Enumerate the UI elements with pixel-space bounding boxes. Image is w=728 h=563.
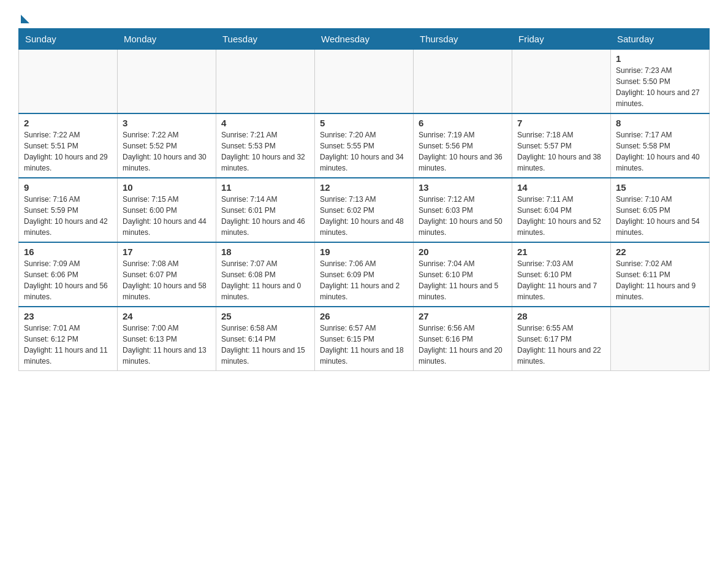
calendar-cell: 20Sunrise: 7:04 AMSunset: 6:10 PMDayligh… [414,242,512,307]
calendar-cell [118,50,216,114]
calendar-week-row: 9Sunrise: 7:16 AMSunset: 5:59 PMDaylight… [19,178,710,242]
day-number: 11 [221,182,309,193]
day-info: Sunrise: 7:23 AMSunset: 5:50 PMDaylight:… [616,65,704,109]
logo [18,12,29,22]
day-number: 17 [123,247,211,257]
day-number: 4 [221,118,309,128]
calendar-cell [414,50,512,114]
day-info: Sunrise: 7:14 AMSunset: 6:01 PMDaylight:… [221,194,309,238]
calendar-cell: 1Sunrise: 7:23 AMSunset: 5:50 PMDaylight… [611,50,710,114]
calendar-cell: 10Sunrise: 7:15 AMSunset: 6:00 PMDayligh… [118,178,216,242]
day-number: 14 [517,182,605,193]
day-number: 27 [419,311,507,321]
calendar-cell: 15Sunrise: 7:10 AMSunset: 6:05 PMDayligh… [611,178,710,242]
logo-arrow-icon [21,15,29,23]
calendar-cell: 2Sunrise: 7:22 AMSunset: 5:51 PMDaylight… [19,113,118,178]
day-info: Sunrise: 7:21 AMSunset: 5:53 PMDaylight:… [221,129,309,174]
day-info: Sunrise: 7:09 AMSunset: 6:06 PMDaylight:… [24,258,112,302]
day-info: Sunrise: 7:02 AMSunset: 6:11 PMDaylight:… [616,258,704,302]
calendar-cell: 7Sunrise: 7:18 AMSunset: 5:57 PMDaylight… [512,113,611,178]
calendar-cell: 22Sunrise: 7:02 AMSunset: 6:11 PMDayligh… [611,242,710,307]
day-number: 5 [320,118,408,128]
calendar-week-row: 2Sunrise: 7:22 AMSunset: 5:51 PMDaylight… [19,113,710,178]
day-info: Sunrise: 7:03 AMSunset: 6:10 PMDaylight:… [517,258,605,302]
weekday-header-tuesday: Tuesday [216,29,315,50]
calendar-cell: 27Sunrise: 6:56 AMSunset: 6:16 PMDayligh… [414,307,512,371]
day-info: Sunrise: 6:58 AMSunset: 6:14 PMDaylight:… [221,323,309,367]
calendar-cell: 19Sunrise: 7:06 AMSunset: 6:09 PMDayligh… [315,242,414,307]
calendar-cell [315,50,414,114]
calendar-cell: 12Sunrise: 7:13 AMSunset: 6:02 PMDayligh… [315,178,414,242]
day-number: 1 [616,53,704,64]
day-info: Sunrise: 7:06 AMSunset: 6:09 PMDaylight:… [320,258,408,302]
day-info: Sunrise: 7:13 AMSunset: 6:02 PMDaylight:… [320,194,408,238]
day-info: Sunrise: 7:12 AMSunset: 6:03 PMDaylight:… [419,194,507,238]
calendar-cell: 18Sunrise: 7:07 AMSunset: 6:08 PMDayligh… [216,242,315,307]
calendar-cell: 9Sunrise: 7:16 AMSunset: 5:59 PMDaylight… [19,178,118,242]
weekday-header-wednesday: Wednesday [315,29,414,50]
calendar-cell [611,307,710,371]
calendar-week-row: 23Sunrise: 7:01 AMSunset: 6:12 PMDayligh… [19,307,710,371]
calendar-cell: 13Sunrise: 7:12 AMSunset: 6:03 PMDayligh… [414,178,512,242]
day-number: 12 [320,182,408,193]
calendar-table: SundayMondayTuesdayWednesdayThursdayFrid… [18,28,710,371]
day-info: Sunrise: 7:10 AMSunset: 6:05 PMDaylight:… [616,194,704,238]
calendar-cell: 4Sunrise: 7:21 AMSunset: 5:53 PMDaylight… [216,113,315,178]
day-number: 7 [517,118,605,128]
calendar-cell [216,50,315,114]
calendar-cell: 24Sunrise: 7:00 AMSunset: 6:13 PMDayligh… [118,307,216,371]
day-number: 22 [616,247,704,257]
calendar-cell: 8Sunrise: 7:17 AMSunset: 5:58 PMDaylight… [611,113,710,178]
day-info: Sunrise: 7:22 AMSunset: 5:51 PMDaylight:… [24,129,112,174]
calendar-cell: 11Sunrise: 7:14 AMSunset: 6:01 PMDayligh… [216,178,315,242]
calendar-cell: 26Sunrise: 6:57 AMSunset: 6:15 PMDayligh… [315,307,414,371]
calendar-cell: 5Sunrise: 7:20 AMSunset: 5:55 PMDaylight… [315,113,414,178]
calendar-cell: 25Sunrise: 6:58 AMSunset: 6:14 PMDayligh… [216,307,315,371]
calendar-cell [19,50,118,114]
day-number: 23 [24,311,112,321]
weekday-header-monday: Monday [118,29,216,50]
day-info: Sunrise: 7:00 AMSunset: 6:13 PMDaylight:… [123,323,211,367]
day-info: Sunrise: 7:19 AMSunset: 5:56 PMDaylight:… [419,129,507,174]
day-info: Sunrise: 7:22 AMSunset: 5:52 PMDaylight:… [123,129,211,174]
day-number: 6 [419,118,507,128]
day-info: Sunrise: 7:07 AMSunset: 6:08 PMDaylight:… [221,258,309,302]
calendar-cell: 28Sunrise: 6:55 AMSunset: 6:17 PMDayligh… [512,307,611,371]
weekday-header-thursday: Thursday [414,29,512,50]
calendar-cell: 3Sunrise: 7:22 AMSunset: 5:52 PMDaylight… [118,113,216,178]
calendar-cell: 17Sunrise: 7:08 AMSunset: 6:07 PMDayligh… [118,242,216,307]
weekday-header-sunday: Sunday [19,29,118,50]
calendar-cell [512,50,611,114]
day-number: 24 [123,311,211,321]
day-number: 21 [517,247,605,257]
day-number: 19 [320,247,408,257]
day-number: 20 [419,247,507,257]
day-number: 26 [320,311,408,321]
day-number: 10 [123,182,211,193]
calendar-header-row: SundayMondayTuesdayWednesdayThursdayFrid… [19,29,710,50]
day-info: Sunrise: 7:17 AMSunset: 5:58 PMDaylight:… [616,129,704,174]
day-info: Sunrise: 6:57 AMSunset: 6:15 PMDaylight:… [320,323,408,367]
calendar-week-row: 1Sunrise: 7:23 AMSunset: 5:50 PMDaylight… [19,50,710,114]
day-number: 16 [24,247,112,257]
day-info: Sunrise: 7:11 AMSunset: 6:04 PMDaylight:… [517,194,605,238]
weekday-header-saturday: Saturday [611,29,710,50]
calendar-cell: 23Sunrise: 7:01 AMSunset: 6:12 PMDayligh… [19,307,118,371]
day-info: Sunrise: 7:18 AMSunset: 5:57 PMDaylight:… [517,129,605,174]
calendar-cell: 14Sunrise: 7:11 AMSunset: 6:04 PMDayligh… [512,178,611,242]
day-info: Sunrise: 6:55 AMSunset: 6:17 PMDaylight:… [517,323,605,367]
day-number: 18 [221,247,309,257]
day-info: Sunrise: 7:16 AMSunset: 5:59 PMDaylight:… [24,194,112,238]
day-info: Sunrise: 7:04 AMSunset: 6:10 PMDaylight:… [419,258,507,302]
day-number: 25 [221,311,309,321]
day-number: 9 [24,182,112,193]
day-number: 28 [517,311,605,321]
day-number: 3 [123,118,211,128]
calendar-week-row: 16Sunrise: 7:09 AMSunset: 6:06 PMDayligh… [19,242,710,307]
day-number: 2 [24,118,112,128]
day-number: 15 [616,182,704,193]
day-info: Sunrise: 7:15 AMSunset: 6:00 PMDaylight:… [123,194,211,238]
calendar-cell: 16Sunrise: 7:09 AMSunset: 6:06 PMDayligh… [19,242,118,307]
day-number: 13 [419,182,507,193]
page-header [18,12,710,22]
